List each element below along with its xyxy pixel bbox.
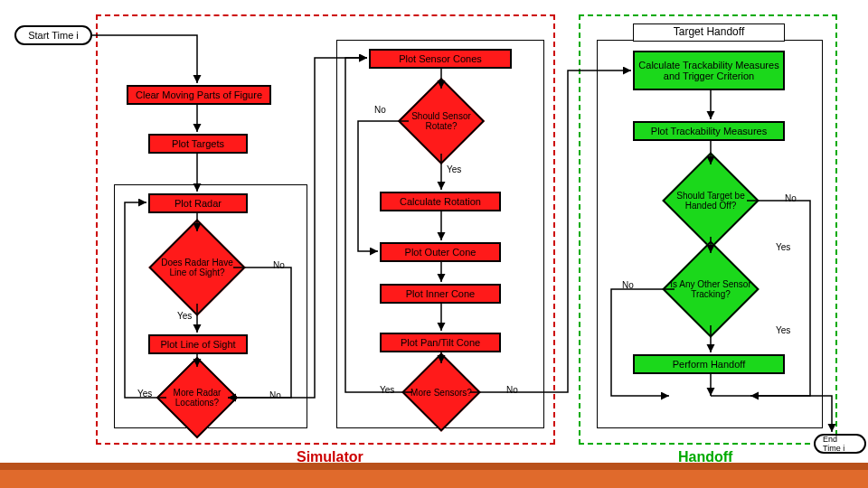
plot-radar-box: Plot Radar: [148, 193, 248, 213]
plot-sensor-cones-box: Plot Sensor Cones: [369, 49, 512, 69]
edge-yes-2: Yes: [177, 311, 192, 321]
edge-no-2: No: [273, 260, 285, 270]
plot-targets-label: Plot Targets: [172, 138, 224, 149]
calc-trackability-label: Calculate Trackability Measures and Trig…: [638, 60, 779, 81]
plot-inner-box: Plot Inner Cone: [380, 284, 501, 304]
sensor-rotate-diamond: Should Sensor Rotate?: [441, 121, 442, 122]
plot-sensor-cones-label: Plot Sensor Cones: [399, 53, 482, 64]
edge-no-1: No: [374, 105, 386, 115]
plot-pantilt-label: Plot Pan/Tilt Cone: [401, 337, 480, 348]
plot-los-box: Plot Line of Sight: [148, 334, 248, 354]
perform-handoff-box: Perform Handoff: [633, 354, 785, 374]
edge-yes-3: Yes: [137, 389, 152, 399]
clear-moving-label: Clear Moving Parts of Figure: [136, 89, 262, 100]
edge-no-5: No: [785, 193, 797, 203]
edge-yes-1: Yes: [447, 164, 461, 174]
edge-yes-4: Yes: [380, 385, 394, 395]
start-terminator: Start Time i: [14, 25, 92, 45]
edge-no-6: No: [622, 280, 634, 290]
more-sensors-diamond: More Sensors?: [441, 392, 442, 393]
perform-handoff-label: Perform Handoff: [673, 359, 746, 370]
plot-los-label: Plot Line of Sight: [160, 339, 235, 350]
target-handoff-title-label: Target Handoff: [674, 26, 745, 38]
edge-yes-5: Yes: [776, 242, 790, 252]
plot-inner-label: Plot Inner Cone: [406, 288, 475, 299]
end-label: End Time i: [823, 435, 857, 453]
more-sensors-label: More Sensors?: [396, 370, 486, 415]
start-label: Start Time i: [28, 30, 79, 41]
radar-los-label: Does Radar Have Line of Sight?: [152, 245, 242, 290]
more-radar-label: More Radar Locations?: [152, 375, 242, 420]
sensor-rotate-label: Should Sensor Rotate?: [396, 99, 486, 144]
clear-moving-box: Clear Moving Parts of Figure: [127, 85, 271, 105]
edge-no-3: No: [269, 390, 281, 400]
plot-pantilt-box: Plot Pan/Tilt Cone: [380, 333, 501, 352]
end-terminator: End Time i: [814, 434, 866, 454]
plot-trackability-box: Plot Trackability Measures: [633, 121, 785, 141]
any-other-tracking-diamond: Is Any Other Sensor Tracking?: [711, 289, 712, 290]
radar-los-diamond: Does Radar Have Line of Sight?: [197, 267, 198, 268]
more-radar-diamond: More Radar Locations?: [197, 398, 198, 399]
plot-outer-label: Plot Outer Cone: [405, 247, 476, 258]
calc-rotation-label: Calculate Rotation: [400, 196, 481, 207]
calc-trackability-box: Calculate Trackability Measures and Trig…: [633, 51, 785, 90]
target-handed-diamond: Should Target be Handed Off?: [711, 201, 712, 202]
edge-yes-6: Yes: [776, 325, 790, 335]
target-handed-label: Should Target be Handed Off?: [665, 178, 756, 223]
plot-trackability-label: Plot Trackability Measures: [651, 126, 767, 136]
target-handoff-title: Target Handoff: [633, 23, 785, 42]
plot-targets-box: Plot Targets: [148, 134, 248, 154]
edge-no-4: No: [506, 385, 518, 395]
plot-outer-box: Plot Outer Cone: [380, 242, 501, 262]
calc-rotation-box: Calculate Rotation: [380, 192, 501, 211]
footer-bar: [0, 463, 868, 488]
any-other-tracking-label: Is Any Other Sensor Tracking?: [665, 267, 756, 312]
plot-radar-label: Plot Radar: [175, 198, 222, 209]
